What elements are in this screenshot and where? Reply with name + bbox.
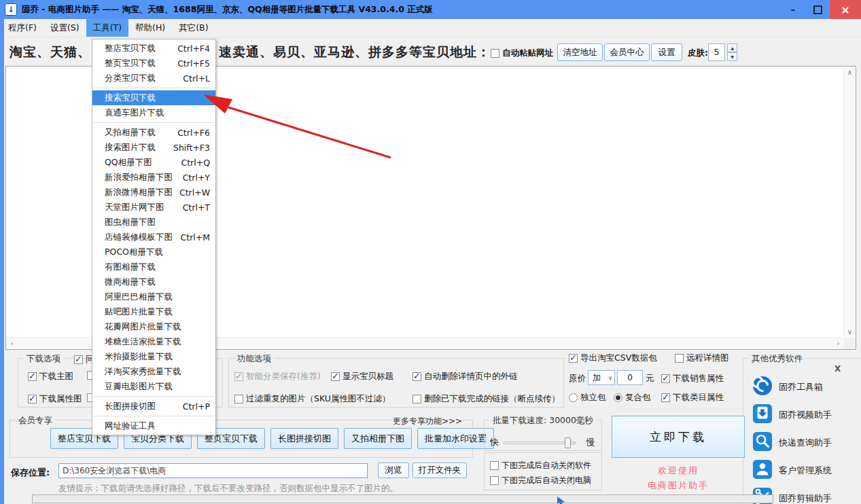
menubar-item-settings[interactable]: 设置(S) — [43, 19, 86, 37]
tools-menu-item-5[interactable]: 又拍相册下载Ctrl+F6 — [92, 125, 215, 140]
long-image-slice-button[interactable]: 长图拼接切图 — [270, 428, 338, 449]
scroll-left-icon[interactable]: ‹ — [6, 338, 18, 349]
tools-menu-item-18[interactable]: 花瓣网图片批量下载 — [92, 319, 215, 334]
close-app-checkbox[interactable] — [490, 461, 499, 470]
tools-menu-item-13[interactable]: POCO相册下载 — [92, 245, 215, 259]
skin-spin-up-button[interactable]: ▲ — [727, 43, 737, 52]
tools-menu-item-9[interactable]: 新浪微博相册下图Ctrl+W — [92, 185, 215, 200]
auto-remove-links-checkbox[interactable] — [412, 372, 421, 381]
price-op-select[interactable]: 加 ∨ — [588, 370, 615, 385]
single-package-radio[interactable] — [569, 393, 578, 402]
menubar-item-program[interactable]: 程序(F) — [1, 19, 43, 37]
minimize-button[interactable]: – — [781, 0, 805, 19]
menu-item-label: 网址验证工具 — [105, 420, 156, 432]
swirl-link-icon — [752, 376, 773, 396]
composite-package-radio[interactable] — [614, 393, 622, 402]
close-button[interactable]: × — [830, 0, 861, 19]
single-package-option[interactable]: 独立包 — [569, 392, 606, 403]
tools-menu-item-15[interactable]: 微商相册下载 — [92, 274, 215, 289]
tools-menu-item-7[interactable]: QQ相册下图Ctrl+Q — [92, 155, 215, 170]
panel-close-button[interactable]: X — [834, 365, 841, 373]
skin-spin-down-button[interactable]: ▼ — [727, 52, 737, 61]
tools-menu-item-23[interactable]: 长图拼接切图Ctrl+P — [92, 399, 215, 414]
browse-button[interactable]: 浏览 — [378, 463, 409, 478]
yupai-album-button[interactable]: 又拍相册下图 — [344, 428, 412, 449]
close-pc-checkbox[interactable] — [490, 476, 499, 485]
category-attr-checkbox[interactable] — [661, 393, 670, 402]
settings-button[interactable]: 设置 — [651, 43, 682, 61]
menubar-item-help[interactable]: 帮助(H) — [128, 19, 172, 37]
tools-menu-item-3[interactable]: 搜索宝贝下载 — [92, 90, 215, 105]
close-pc-option[interactable]: 下图完成后自动关闭电脑 — [490, 475, 591, 486]
scroll-down-icon[interactable]: ∨ — [844, 326, 856, 338]
download-main-image-option[interactable]: 下载主图 — [28, 371, 73, 382]
sales-attr-option[interactable]: 下载销售属性 — [661, 373, 724, 384]
skin-value-input[interactable]: 5 — [708, 43, 725, 61]
category-attr-option[interactable]: 下载类目属性 — [661, 392, 724, 403]
tools-menu-item-16[interactable]: 阿里巴巴相册下载 — [92, 289, 215, 304]
composite-package-option[interactable]: 复合包 — [614, 392, 651, 403]
tools-menu-item-11[interactable]: 图虫相册下图 — [92, 215, 215, 230]
software-video-label[interactable]: 固乔视频助手 — [779, 409, 832, 421]
export-csv-option[interactable]: 导出淘宝CSV数据包 — [569, 353, 657, 364]
tools-menu-item-12[interactable]: 店铺装修模板下图Ctrl+M — [92, 230, 215, 245]
tools-menu-item-24[interactable]: 网址验证工具 — [92, 418, 215, 433]
filter-duplicate-checkbox[interactable] — [234, 395, 243, 403]
tools-menu-item-21[interactable]: 洋淘买家秀批量下载 — [92, 364, 215, 379]
tools-menu-item-19[interactable]: 堆糖生活家批量下载 — [92, 334, 215, 349]
remove-done-option[interactable]: 删除已下载完成的链接（断点续传） — [412, 393, 560, 405]
price-value-input[interactable]: 0 — [617, 370, 643, 385]
more-features-link[interactable]: 更多专享功能>>> — [393, 416, 462, 427]
export-csv-checkbox[interactable] — [569, 354, 578, 363]
software-crm-label[interactable]: 客户管理系统 — [779, 465, 832, 477]
tools-menu-item-10[interactable]: 天堂图片网下图Ctrl+T — [92, 200, 215, 215]
sales-attr-checkbox[interactable] — [661, 374, 670, 383]
maximize-button[interactable] — [805, 0, 830, 19]
auto-remove-links-option[interactable]: 自动删除详情页中的外链 — [412, 371, 518, 382]
download-attr-image-checkbox[interactable] — [28, 395, 37, 403]
download-options-title: 下载选项 — [24, 353, 63, 365]
vertical-scrollbar[interactable]: ∧ ∨ — [843, 67, 856, 338]
member-center-button[interactable]: 会员中心 — [604, 43, 650, 61]
auto-paste-checkbox[interactable] — [491, 49, 499, 58]
speed-slider-thumb[interactable] — [565, 437, 571, 448]
tools-menu-item-2[interactable]: 分类宝贝下载Ctrl+L — [92, 71, 215, 86]
software-clip-label[interactable]: 固乔剪辑助手 — [779, 492, 832, 504]
show-title-option[interactable]: 显示宝贝标题 — [331, 371, 393, 382]
filter-duplicate-option[interactable]: 过滤重复的图片（SKU属性图不过滤） — [234, 393, 390, 405]
menubar-item-tools[interactable]: 工具(T) — [86, 19, 128, 37]
scroll-right-icon[interactable]: › — [832, 338, 844, 349]
hidden-option-checkbox[interactable] — [74, 355, 83, 364]
auto-paste-option[interactable]: 自动粘贴网址 — [491, 48, 553, 59]
tools-menu-item-0[interactable]: 整店宝贝下载Ctrl+F4 — [92, 41, 215, 56]
tools-menu-item-1[interactable]: 整页宝贝下载Ctrl+F5 — [92, 56, 215, 71]
software-express-label[interactable]: 快递查询助手 — [779, 437, 832, 449]
download-now-button[interactable]: 立即下载 — [612, 416, 745, 458]
remove-done-checkbox[interactable] — [412, 395, 421, 403]
clear-address-button[interactable]: 清空地址 — [557, 43, 603, 61]
menu-item-shortcut: Ctrl+F6 — [177, 128, 210, 138]
close-app-option[interactable]: 下图完成后自动关闭软件 — [490, 460, 591, 471]
open-folder-button[interactable]: 打开文件夹 — [412, 463, 467, 478]
tools-menu-item-17[interactable]: 贴吧图片批量下载 — [92, 304, 215, 319]
download-main-image-checkbox[interactable] — [28, 372, 37, 381]
software-toolbox-label[interactable]: 固乔工具箱 — [779, 381, 823, 393]
menu-item-label: 整店宝贝下载 — [105, 43, 156, 54]
window-left-border — [0, 19, 4, 504]
tools-menu-item-22[interactable]: 豆瓣电影图片下载 — [92, 379, 215, 394]
tools-menu-item-8[interactable]: 新浪爱拍相册下图Ctrl+Y — [92, 170, 215, 185]
menubar-item-other[interactable]: 其它(B) — [172, 19, 215, 37]
remote-detail-option[interactable]: 远程详情图 — [675, 353, 729, 364]
tools-menu-item-6[interactable]: 搜索图片下载Shift+F3 — [92, 140, 215, 155]
show-title-checkbox[interactable] — [331, 372, 340, 381]
remote-detail-label: 远程详情图 — [686, 353, 729, 364]
watermark-settings-button[interactable]: 批量加水印设置 — [417, 428, 494, 449]
app-window: ↓ 固乔 - 电商图片助手 —— 淘宝、天猫、1688阿里、京东、QQ相册等图片… — [0, 0, 861, 504]
tools-menu-item-14[interactable]: 有图相册下载 — [92, 259, 215, 274]
scroll-up-icon[interactable]: ∧ — [844, 67, 856, 78]
remote-detail-checkbox[interactable] — [675, 354, 684, 363]
tools-menu-item-20[interactable]: 米拍摄影批量下载 — [92, 349, 215, 364]
save-path-input[interactable] — [58, 463, 368, 478]
tools-menu-item-4[interactable]: 直通车图片下载 — [92, 105, 215, 120]
download-attr-image-option[interactable]: 下载属性图 — [28, 393, 82, 405]
